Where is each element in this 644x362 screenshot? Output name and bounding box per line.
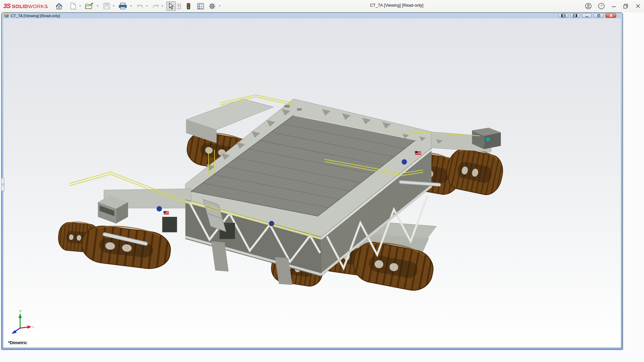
restore-button[interactable] <box>621 2 630 10</box>
dropdown-arrow[interactable]: ▾ <box>112 4 116 9</box>
open-button[interactable] <box>85 1 94 11</box>
redo-button[interactable] <box>151 1 160 11</box>
undo-button[interactable] <box>136 1 145 11</box>
account-button[interactable] <box>584 2 593 10</box>
new-document-icon <box>70 3 76 9</box>
doc-restore-button[interactable] <box>594 13 603 18</box>
open-folder-icon <box>85 3 93 9</box>
new-document-button[interactable] <box>68 1 78 11</box>
view-orientation-label: *Dimetric <box>8 340 27 345</box>
document-titlebar[interactable]: CT_TA [Viewing] [Read-only] <box>2 13 623 18</box>
app-window-title: CT_TA [Viewing] [Read-only] <box>370 3 423 8</box>
select-tool-button[interactable] <box>166 1 176 11</box>
app-titlebar: 3S SOLID WORKS ▾ ▾ ▾ ▾ <box>0 0 644 12</box>
options-button[interactable] <box>207 1 217 11</box>
logo-text-solid: SOLID <box>12 3 28 9</box>
select-cursor-icon <box>168 3 174 9</box>
properties-list-icon <box>197 3 204 9</box>
crawler-transporter-model <box>3 18 621 348</box>
graphics-viewport[interactable]: Y x *Dimetric <box>3 18 621 348</box>
performance-evaluation-button[interactable] <box>184 1 193 11</box>
minimize-icon <box>611 4 616 8</box>
undo-arrow-icon <box>137 3 144 9</box>
minimize-icon <box>585 14 589 17</box>
document-title: CT_TA [Viewing] [Read-only] <box>11 14 60 18</box>
document-window: CT_TA [Viewing] [Read-only] <box>1 12 623 350</box>
minimize-button[interactable] <box>609 2 619 10</box>
expand-pane-right-button[interactable] <box>570 13 580 18</box>
redo-arrow-icon <box>152 3 159 9</box>
user-circle-icon <box>585 3 592 9</box>
triad-x-label: x <box>32 325 34 329</box>
restore-icon <box>597 14 600 17</box>
traffic-light-icon <box>186 3 191 10</box>
home-icon <box>55 3 63 9</box>
save-floppy-icon <box>103 3 110 9</box>
dropdown-arrow[interactable]: ▾ <box>177 4 181 9</box>
document-properties-button[interactable] <box>196 1 205 11</box>
help-button[interactable]: ? <box>597 2 606 10</box>
collapse-pane-left-button[interactable] <box>558 13 568 18</box>
restore-icon <box>623 4 628 9</box>
dropdown-arrow[interactable]: ▾ <box>145 4 149 9</box>
save-button[interactable] <box>102 1 111 11</box>
question-circle-icon: ? <box>598 3 605 9</box>
dropdown-arrow[interactable]: ▾ <box>218 4 222 9</box>
close-icon <box>636 4 640 8</box>
ds-logo-mark: 3S <box>3 2 10 10</box>
reference-triad: Y x <box>9 309 35 336</box>
home-button[interactable] <box>54 1 64 11</box>
dropdown-arrow[interactable]: ▾ <box>160 4 164 9</box>
doc-close-button[interactable] <box>605 13 616 18</box>
gear-icon <box>209 3 216 10</box>
pane-arrow-right-icon <box>573 14 577 17</box>
menu-flyout-arrow-icon[interactable]: ▾ <box>44 4 50 8</box>
dropdown-arrow[interactable]: ▾ <box>96 4 100 9</box>
doc-minimize-button[interactable] <box>582 13 592 18</box>
pane-arrow-left-icon <box>561 14 566 17</box>
svg-text:?: ? <box>600 4 602 8</box>
close-button[interactable] <box>633 2 643 10</box>
close-x-icon <box>609 14 613 17</box>
triad-y-label: Y <box>19 309 22 313</box>
solidworks-logo: 3S SOLID WORKS <box>3 2 48 10</box>
printer-icon <box>119 3 127 9</box>
feature-pane-splitter-handle[interactable] <box>1 178 4 191</box>
print-button[interactable] <box>118 1 127 11</box>
dropdown-arrow[interactable]: ▾ <box>78 4 82 9</box>
dropdown-arrow[interactable]: ▾ <box>129 4 133 9</box>
assembly-document-icon <box>4 13 9 18</box>
